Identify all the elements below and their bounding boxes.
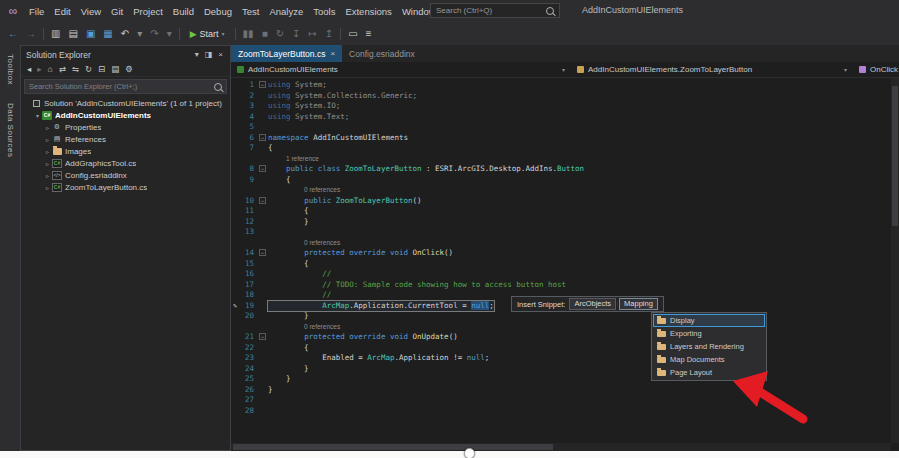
solution-configurations-icon[interactable]: ≡ <box>362 22 376 45</box>
fold-toggle-icon[interactable]: − <box>257 196 268 207</box>
snippet-item-display[interactable]: Display <box>653 314 765 327</box>
code-line-17[interactable]: 17 // TODO: Sample code showing how to a… <box>231 280 891 291</box>
code-line-4[interactable]: 4using System.Text; <box>231 112 891 123</box>
redo-history-chevron-icon[interactable]: ▾ <box>163 22 176 45</box>
editor-tab-config-esriaddinx[interactable]: Config.esriaddinx <box>342 45 422 62</box>
code-line-1[interactable]: 1−using System; <box>231 80 891 91</box>
fold-toggle-icon[interactable]: − <box>257 133 268 144</box>
codelens-row[interactable]: 0 references <box>231 238 891 249</box>
scrub-handle[interactable] <box>464 448 475 458</box>
se-forward-icon[interactable]: ▸ <box>34 62 44 76</box>
side-tab-toolbox[interactable]: Toolbox <box>6 45 15 94</box>
code-line-25[interactable]: 25 } <box>231 374 891 385</box>
undo-history-chevron-icon[interactable]: ▾ <box>133 22 146 45</box>
tree-expander-icon[interactable]: ▾ <box>33 112 42 119</box>
code-line-5[interactable]: 5 <box>231 122 891 133</box>
collapse-box[interactable]: − <box>259 333 266 340</box>
code-line-23[interactable]: 23 Enabled = ArcMap.Application != null; <box>231 353 891 364</box>
menu-test[interactable]: Test <box>237 6 264 17</box>
snippet-item-page-layout[interactable]: Page Layout <box>653 366 765 379</box>
tree-item-config-esriaddinx[interactable]: ▹</>Config.esriaddinx <box>21 169 230 181</box>
snippet-path-mapping[interactable]: Mapping <box>619 298 658 310</box>
close-icon[interactable]: × <box>215 50 226 59</box>
step-over-icon[interactable]: ↦ <box>304 22 320 45</box>
tree-item-images[interactable]: ▹Images <box>21 145 230 157</box>
tree-expander-icon[interactable]: ▹ <box>43 172 52 179</box>
menu-git[interactable]: Git <box>106 6 128 17</box>
tree-expander-icon[interactable]: ▹ <box>43 148 52 155</box>
menu-analyze[interactable]: Analyze <box>264 6 308 17</box>
close-tab-icon[interactable]: × <box>330 49 335 58</box>
code-line-6[interactable]: 6−namespace AddInCustomUIElements <box>231 133 891 144</box>
se-collapse-all-icon[interactable]: ⊟ <box>95 62 108 76</box>
restart-icon[interactable]: ↻ <box>272 22 288 45</box>
tree-item-addincustomuielements[interactable]: ▾C#AddInCustomUIElements <box>21 109 230 121</box>
find-in-files-icon[interactable]: ▭ <box>344 22 361 45</box>
save-icon[interactable]: ▣ <box>82 22 99 45</box>
tree-expander-icon[interactable]: ▹ <box>43 184 52 191</box>
collapse-box[interactable]: − <box>259 134 266 141</box>
navigate-backward-icon[interactable]: ← <box>4 22 22 45</box>
codelens-references[interactable]: 0 references <box>268 322 340 333</box>
pin-icon[interactable]: ◨ <box>202 50 216 59</box>
code-line-10[interactable]: 10− public ZoomToLayerButton() <box>231 196 891 207</box>
menu-build[interactable]: Build <box>168 6 199 17</box>
tree-item-properties[interactable]: ▹⚙Properties <box>21 121 230 133</box>
code-line-26[interactable]: 26} <box>231 385 891 396</box>
tree-expander-icon[interactable]: ▹ <box>43 160 52 167</box>
code-line-13[interactable]: 13 <box>231 227 891 238</box>
project-dropdown[interactable]: AddInCustomUIElements ▾ <box>231 65 571 74</box>
collapse-box[interactable]: − <box>259 81 266 88</box>
snippet-item-map-documents[interactable]: Map Documents <box>653 353 765 366</box>
snippet-path-arcobjects[interactable]: ArcObjects <box>569 298 616 310</box>
open-file-icon[interactable]: ▤ <box>64 22 81 45</box>
save-all-icon[interactable]: ▦ <box>99 22 116 45</box>
collapse-box[interactable]: − <box>259 165 266 172</box>
menu-project[interactable]: Project <box>128 6 168 17</box>
vertical-scrollbar-thumb[interactable] <box>892 86 898 226</box>
codelens-references[interactable]: 1 reference <box>268 154 319 165</box>
codelens-references[interactable]: 0 references <box>268 238 340 249</box>
collapse-box[interactable]: − <box>259 249 266 256</box>
se-refresh-icon[interactable]: ↻ <box>82 62 95 76</box>
code-line-2[interactable]: 2using System.Collections.Generic; <box>231 91 891 102</box>
code-line-16[interactable]: 16 // <box>231 269 891 280</box>
se-home-icon[interactable]: ⌂ <box>45 62 56 76</box>
code-line-21[interactable]: 21− protected override void OnUpdate() <box>231 332 891 343</box>
codelens-row[interactable]: 1 reference <box>231 154 891 165</box>
panel-menu-chevron-icon[interactable]: ▾ <box>192 50 202 59</box>
undo-icon[interactable]: ↶ <box>117 22 133 45</box>
start-options-chevron-icon[interactable]: ▾ <box>222 30 225 37</box>
tree-item-references[interactable]: ▹▤References <box>21 133 230 145</box>
fold-toggle-icon[interactable]: − <box>257 164 268 175</box>
redo-icon[interactable]: ↷ <box>146 22 162 45</box>
code-line-12[interactable]: 12 } <box>231 217 891 228</box>
tree-item-solution-addincustomuielements-1-of-1-project[interactable]: Solution 'AddInCustomUIElements' (1 of 1… <box>21 97 230 109</box>
stop-debug-icon[interactable]: ■ <box>258 22 272 45</box>
new-project-icon[interactable]: ▥ <box>47 22 64 45</box>
snippet-item-exporting[interactable]: Exporting <box>653 327 765 340</box>
solution-explorer-search-input[interactable]: Search Solution Explorer (Ctrl+;) <box>24 79 227 94</box>
code-line-28[interactable]: 28 <box>231 406 891 417</box>
horizontal-scrollbar[interactable] <box>231 443 891 451</box>
collapse-box[interactable]: − <box>259 197 266 204</box>
menu-edit[interactable]: Edit <box>49 6 75 17</box>
se-switch-views-icon[interactable]: ⇄ <box>56 62 69 76</box>
menu-view[interactable]: View <box>76 6 106 17</box>
code-line-15[interactable]: 15 { <box>231 259 891 270</box>
side-tab-data-sources[interactable]: Data Sources <box>6 94 15 166</box>
break-all-icon[interactable]: ▮▮ <box>239 22 258 45</box>
code-line-24[interactable]: 24 } <box>231 364 891 375</box>
type-dropdown[interactable]: AddInCustomUIElements.ZoomToLayerButton … <box>571 65 853 74</box>
fold-toggle-icon[interactable]: − <box>257 332 268 343</box>
se-show-all-files-icon[interactable]: ▤ <box>108 62 122 76</box>
code-line-3[interactable]: 3using System.IO; <box>231 101 891 112</box>
code-line-20[interactable]: 20 } <box>231 311 891 322</box>
code-line-8[interactable]: 8− public class ZoomToLayerButton : ESRI… <box>231 164 891 175</box>
tree-item-addgraphicstool-cs[interactable]: ▹C#AddGraphicsTool.cs <box>21 157 230 169</box>
step-out-icon[interactable]: ↥ <box>321 22 337 45</box>
code-line-14[interactable]: 14− protected override void OnClick() <box>231 248 891 259</box>
codelens-row[interactable]: 0 references <box>231 322 891 333</box>
member-dropdown[interactable]: OnClick <box>853 65 899 74</box>
tree-expander-icon[interactable]: ▹ <box>43 124 52 131</box>
